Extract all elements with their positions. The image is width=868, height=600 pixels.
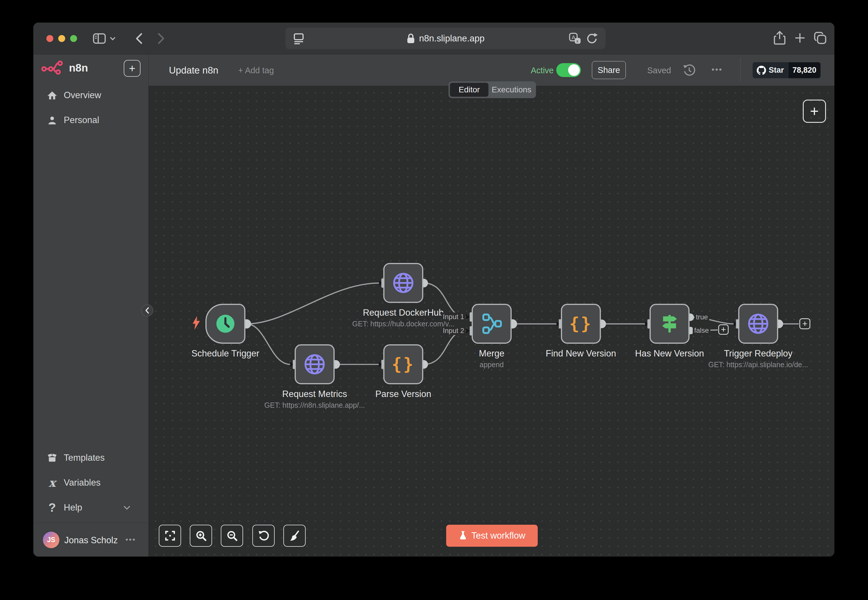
node-schedule-trigger[interactable]: Schedule Trigger: [205, 304, 245, 344]
sidebar-item-label: Overview: [64, 90, 101, 100]
trigger-bolt-icon: [192, 316, 201, 330]
code-braces-icon: {}: [392, 355, 415, 374]
github-star-widget[interactable]: Star 78,820: [753, 62, 821, 79]
github-icon: [757, 66, 766, 75]
node-label: Schedule Trigger: [191, 348, 259, 359]
avatar[interactable]: JS: [43, 532, 59, 548]
flask-icon: [458, 531, 467, 541]
share-button[interactable]: Share: [592, 61, 626, 79]
merge-icon: [480, 312, 503, 335]
if-false-label: false: [693, 326, 710, 335]
add-node-false-branch-button[interactable]: +: [718, 324, 728, 335]
node-request-dockerhub[interactable]: Request DockerHub GET: https://hub.docke…: [383, 263, 423, 303]
sidebar-divider: [33, 523, 149, 523]
sidebar-item-overview[interactable]: Overview: [33, 88, 149, 103]
n8n-logo-icon: [41, 60, 66, 75]
node-label: Request Metrics: [282, 389, 347, 399]
sidebar-chevron-icon[interactable]: [109, 32, 116, 45]
github-star-label: Star: [769, 66, 784, 75]
lock-icon: [407, 33, 415, 44]
globe-icon: [302, 352, 327, 377]
browser-window: n8n.sliplane.app Ax n8n + Ov: [33, 23, 835, 556]
browser-chrome: n8n.sliplane.app Ax: [33, 23, 835, 55]
active-toggle[interactable]: [556, 63, 581, 77]
traffic-light-zoom[interactable]: [70, 35, 77, 42]
node-subtitle: append: [480, 361, 504, 369]
workflow-canvas[interactable]: Schedule Trigger Request DockerHub GET: …: [149, 86, 835, 556]
user-menu-button[interactable]: •••: [126, 535, 136, 544]
code-braces-icon: {}: [569, 314, 592, 333]
sidebar-item-label: Personal: [64, 115, 99, 126]
sidebar-toggle-icon[interactable]: [93, 32, 106, 45]
node-label: Merge: [479, 348, 504, 359]
variables-icon: x: [46, 477, 58, 488]
tab-executions[interactable]: Executions: [489, 85, 534, 94]
user-name: Jonas Scholz: [64, 535, 118, 545]
add-node-button[interactable]: +: [803, 100, 826, 123]
sidebar-item-personal[interactable]: Personal: [33, 113, 149, 128]
traffic-light-close[interactable]: [46, 35, 53, 42]
workflow-title[interactable]: Update n8n: [169, 65, 219, 76]
node-merge[interactable]: Merge append: [472, 304, 511, 344]
test-workflow-label: Test workflow: [471, 530, 525, 541]
merge-input2-label: Input 2: [442, 326, 466, 335]
globe-icon: [391, 270, 416, 295]
merge-input1-label: Input 1: [442, 312, 466, 321]
signpost-icon: [658, 312, 681, 335]
history-icon[interactable]: [683, 64, 696, 76]
clock-icon: [214, 312, 237, 335]
sidebar-collapse-button[interactable]: [141, 305, 153, 317]
sidebar-item-label: Templates: [64, 453, 105, 463]
fit-view-button[interactable]: [159, 525, 181, 547]
node-subtitle: GET: https://hub.docker.com/v...: [352, 320, 454, 328]
home-icon: [46, 89, 58, 101]
node-request-metrics[interactable]: Request Metrics GET: https://n8n.sliplan…: [294, 344, 335, 384]
translate-icon[interactable]: Ax: [569, 33, 581, 44]
templates-box-icon: [46, 452, 58, 464]
tidy-up-button[interactable]: [283, 525, 306, 547]
add-workflow-button[interactable]: +: [124, 60, 141, 77]
tab-overview-icon[interactable]: [813, 31, 827, 45]
node-subtitle: GET: https://n8n.sliplane.app/...: [264, 401, 365, 409]
sidebar-item-templates[interactable]: Templates: [33, 450, 149, 465]
url-text: n8n.sliplane.app: [419, 33, 485, 44]
test-workflow-button[interactable]: Test workflow: [446, 525, 538, 547]
node-trigger-redeploy[interactable]: Trigger Redeploy GET: https://api.slipla…: [738, 304, 778, 344]
sidebar-item-variables[interactable]: x Variables: [33, 475, 149, 490]
share-page-icon[interactable]: [773, 31, 786, 45]
globe-icon: [746, 311, 771, 336]
forward-button[interactable]: [155, 32, 168, 45]
page-format-icon[interactable]: [292, 32, 305, 45]
sidebar-item-label: Help: [64, 502, 82, 513]
if-true-label: true: [695, 313, 709, 321]
user-icon: [46, 114, 58, 126]
traffic-light-minimize[interactable]: [58, 35, 65, 42]
sidebar-item-help[interactable]: ? Help: [33, 500, 149, 515]
reload-icon[interactable]: [586, 32, 598, 45]
back-button[interactable]: [132, 32, 146, 45]
node-parse-version[interactable]: {} Parse Version: [383, 344, 423, 384]
workflow-header: Update n8n + Add tag Active Share Saved …: [149, 55, 835, 86]
node-label: Has New Version: [635, 348, 704, 359]
node-label: Trigger Redeploy: [724, 348, 793, 359]
node-label: Request DockerHub: [363, 308, 443, 318]
desktop: n8n.sliplane.app Ax n8n + Ov: [0, 0, 868, 600]
node-has-new-version[interactable]: Has New Version: [649, 304, 689, 344]
add-node-after-redeploy-button[interactable]: +: [799, 318, 810, 329]
tab-editor[interactable]: Editor: [450, 83, 489, 97]
chevron-down-icon: [123, 505, 131, 510]
zoom-out-button[interactable]: [221, 525, 243, 547]
github-star-count: 78,820: [788, 62, 821, 78]
github-star-button[interactable]: Star: [753, 62, 788, 78]
node-find-new-version[interactable]: {} Find New Version: [561, 304, 601, 344]
help-question-icon: ?: [46, 502, 58, 514]
active-label: Active: [531, 66, 554, 75]
address-bar[interactable]: n8n.sliplane.app Ax: [285, 27, 605, 49]
node-label: Find New Version: [546, 348, 616, 359]
more-options-button[interactable]: •••: [712, 65, 722, 74]
add-tag-button[interactable]: + Add tag: [238, 66, 274, 75]
new-tab-icon[interactable]: [793, 31, 807, 45]
reset-zoom-button[interactable]: [252, 525, 275, 547]
zoom-in-button[interactable]: [190, 525, 212, 547]
node-label: Parse Version: [375, 389, 431, 399]
